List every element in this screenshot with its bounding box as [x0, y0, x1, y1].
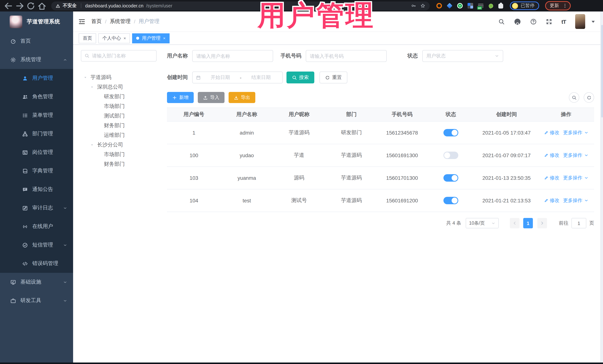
extension-grid-icon[interactable]: [468, 3, 473, 9]
tree-node-测试部门[interactable]: 测试部门: [81, 111, 165, 121]
browser-back-icon[interactable]: [4, 1, 13, 11]
user-avatar[interactable]: [575, 14, 585, 29]
reset-button[interactable]: 重置: [320, 72, 347, 83]
refresh-table-button[interactable]: [584, 92, 594, 103]
tree-node-财务部门[interactable]: 财务部门: [81, 159, 165, 169]
sidebar-item-通知公告[interactable]: 通知公告: [0, 180, 73, 199]
cell-dept: 研发部门: [325, 129, 377, 136]
scrollbar-thumb[interactable]: [601, 25, 603, 118]
tree-node-长沙分公司[interactable]: 长沙分公司: [81, 140, 165, 150]
password-key-icon[interactable]: [411, 3, 416, 8]
chevron-down-icon: [63, 206, 67, 210]
fullscreen-icon[interactable]: [546, 18, 552, 25]
help-icon[interactable]: [530, 18, 537, 25]
tab-用户管理[interactable]: 用户管理×: [132, 33, 170, 43]
sidebar-item-短信管理[interactable]: 短信管理: [0, 236, 73, 254]
status-toggle[interactable]: [443, 129, 458, 136]
browser-reload-icon[interactable]: [26, 1, 36, 11]
table-header: 用户编号用户名称用户昵称部门手机号码状态创建时间操作: [167, 108, 594, 121]
profile-paused-chip[interactable]: 已暂停: [510, 1, 539, 10]
tab-close-icon[interactable]: ×: [163, 36, 165, 40]
more-actions-link[interactable]: 更多操作: [563, 129, 588, 136]
more-actions-link[interactable]: 更多操作: [563, 197, 588, 204]
tree-node-运维部门[interactable]: 运维部门: [81, 131, 165, 140]
extensions-puzzle-icon[interactable]: [498, 4, 503, 9]
bookmark-star-icon[interactable]: [420, 3, 425, 8]
more-actions-link[interactable]: 更多操作: [563, 152, 588, 159]
download-icon: [234, 95, 239, 100]
sidebar-item-岗位管理[interactable]: 岗位管理: [0, 143, 73, 162]
extension-orange-ring-icon[interactable]: [436, 3, 442, 9]
font-size-icon[interactable]: tT: [561, 18, 566, 25]
toggle-search-button[interactable]: [569, 92, 579, 103]
sidebar-item-菜单管理[interactable]: 菜单管理: [0, 106, 73, 124]
tree-node-芋道源码[interactable]: 芋道源码: [81, 73, 165, 82]
status-toggle[interactable]: [443, 174, 458, 182]
extension-blue-gem-icon[interactable]: [447, 3, 452, 9]
browser-home-icon[interactable]: [37, 1, 47, 11]
edit-link[interactable]: 修改: [544, 129, 559, 136]
export-button[interactable]: 导出: [229, 92, 255, 103]
more-actions-link[interactable]: 更多操作: [563, 175, 588, 181]
cell-nickname: 源码: [273, 175, 325, 181]
dept-search-input[interactable]: [92, 53, 153, 59]
cell-created-time: 2021-01-05 17:03:47: [475, 130, 538, 136]
tree-node-市场部门[interactable]: 市场部门: [81, 101, 165, 111]
breadcrumb-item[interactable]: 首页: [91, 18, 102, 25]
extension-green-circle-icon[interactable]: [457, 3, 463, 9]
tree-node-研发部门[interactable]: 研发部门: [81, 92, 165, 101]
browser-update-button[interactable]: 更新: [545, 1, 570, 10]
browser-forward-icon[interactable]: [15, 1, 24, 11]
breadcrumb-item[interactable]: 系统管理: [110, 18, 131, 25]
sidebar-item-研发工具[interactable]: 研发工具: [0, 291, 73, 310]
sidebar-item-系统管理[interactable]: 系统管理: [0, 50, 73, 69]
tree-node-市场部门[interactable]: 市场部门: [81, 150, 165, 159]
edit-link[interactable]: 修改: [544, 152, 559, 159]
sidebar-collapse-icon[interactable]: [78, 18, 85, 25]
mobile-input[interactable]: [306, 50, 387, 62]
extension-on-badge-icon[interactable]: [478, 4, 484, 8]
sidebar-item-字典管理[interactable]: 字典管理: [0, 162, 73, 180]
date-range-picker[interactable]: 开始日期 - 结束日期: [192, 72, 283, 83]
search-button[interactable]: 搜索: [287, 72, 314, 83]
goto-page-input[interactable]: [571, 218, 586, 228]
chevron-left-icon: [512, 221, 517, 225]
page-scrollbar[interactable]: [600, 11, 603, 363]
status-select[interactable]: 用户状态: [422, 50, 503, 62]
next-page-button[interactable]: [537, 218, 547, 228]
sidebar-item-在线用户[interactable]: 在线用户: [0, 217, 73, 236]
sidebar-item-基础设施[interactable]: 基础设施: [0, 273, 73, 291]
github-icon[interactable]: [514, 18, 521, 25]
more-actions-label: 更多操作: [563, 152, 582, 159]
page-size-select[interactable]: 10条/页: [466, 218, 499, 228]
edit-link[interactable]: 修改: [544, 175, 559, 181]
sidebar-item-角色管理[interactable]: 角色管理: [0, 88, 73, 106]
browser-menu-dots-icon[interactable]: [562, 3, 567, 8]
tree-node-深圳总公司[interactable]: 深圳总公司: [81, 82, 165, 92]
dept-search-box[interactable]: [81, 50, 157, 62]
sidebar-item-用户管理[interactable]: 用户管理: [0, 69, 73, 88]
extension-green-leaf-icon[interactable]: [488, 3, 494, 9]
header-search-icon[interactable]: [498, 18, 505, 25]
tab-close-icon[interactable]: ×: [124, 36, 126, 40]
sidebar-item-错误码管理[interactable]: 错误码管理: [0, 254, 73, 273]
sidebar-item-审计日志[interactable]: 审计日志: [0, 199, 73, 217]
sidebar-item-部门管理[interactable]: 部门管理: [0, 124, 73, 143]
tree-node-label: 财务部门: [104, 161, 125, 167]
add-button[interactable]: 新增: [167, 92, 194, 103]
avatar-caret-down-icon[interactable]: [590, 18, 596, 25]
tree-node-财务部门[interactable]: 财务部门: [81, 121, 165, 131]
status-toggle[interactable]: [443, 152, 458, 159]
tab-首页[interactable]: 首页: [79, 33, 96, 43]
status-toggle[interactable]: [443, 197, 458, 204]
prev-page-button[interactable]: [510, 218, 520, 228]
current-page-button[interactable]: 1: [523, 218, 533, 228]
sidebar-item-首页[interactable]: 首页: [0, 32, 73, 50]
edit-link[interactable]: 修改: [544, 197, 559, 204]
cell-mobile: 15601691200: [377, 198, 427, 203]
username-input[interactable]: [192, 50, 273, 62]
tab-个人中心[interactable]: 个人中心×: [98, 33, 130, 43]
gear-icon: [10, 57, 16, 62]
import-button[interactable]: 导入: [198, 92, 224, 103]
sidebar-item-label: 研发工具: [20, 297, 41, 304]
